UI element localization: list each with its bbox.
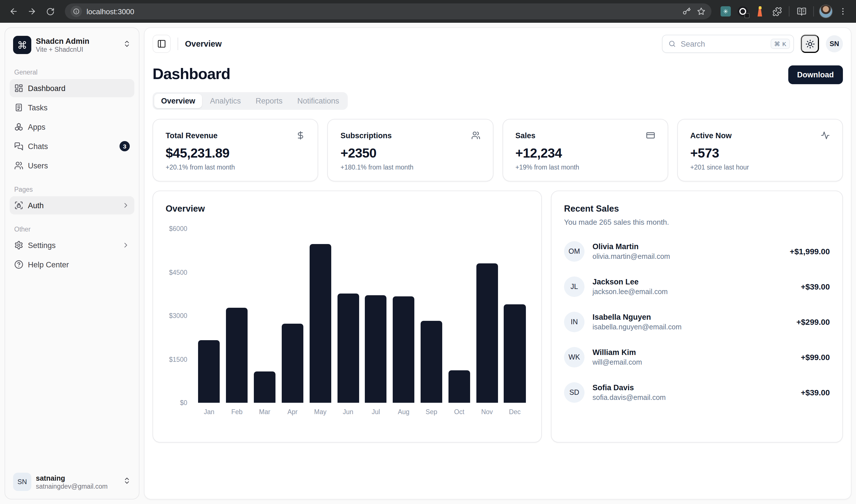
user-email: satnaingdev@gmail.com: [36, 483, 118, 489]
bar-dec: [504, 304, 526, 403]
sidebar-item-auth[interactable]: Auth: [10, 196, 134, 214]
sidebar-item-dashboard[interactable]: Dashboard: [10, 79, 134, 97]
command-icon: [18, 40, 27, 50]
sidebar-item-settings[interactable]: Settings: [10, 236, 134, 254]
arrow-right-icon: [27, 7, 36, 16]
sale-row: SD Sofia Davis sofia.davis@email.com +$3…: [564, 382, 830, 403]
avatar: SD: [564, 382, 584, 403]
recent-sales-subtitle: You made 265 sales this month.: [564, 218, 830, 227]
bar-oct: [449, 370, 470, 403]
sidebar-item-apps[interactable]: Apps: [10, 118, 134, 136]
recent-sales-card: Recent Sales You made 265 sales this mon…: [551, 191, 843, 443]
download-button[interactable]: Download: [788, 66, 843, 84]
bar-chart: $6000 $4500 $3000 $1500 $0: [165, 229, 529, 416]
extensions-menu-button[interactable]: [769, 4, 784, 19]
dollar-sign-icon: [296, 131, 305, 140]
team-meta: Shadcn Admin Vite + ShadcnUI: [36, 37, 118, 53]
extension-lighthouse[interactable]: [752, 4, 767, 19]
stat-value: +12,234: [516, 146, 655, 161]
tab-analytics[interactable]: Analytics: [203, 94, 248, 108]
reading-list-button[interactable]: [794, 4, 809, 19]
customer-email: sofia.davis@email.com: [593, 394, 666, 402]
stat-value: +2350: [340, 146, 481, 161]
bar-sep: [421, 321, 442, 403]
theme-toggle-button[interactable]: [801, 35, 819, 53]
chevron-right-icon: [122, 201, 130, 209]
stat-value: $45,231.89: [165, 146, 305, 161]
chevrons-up-down-icon: [123, 477, 131, 487]
y-tick: $0: [180, 399, 187, 406]
sidebar-toggle-button[interactable]: [153, 35, 171, 53]
stat-card-total-revenue: Total Revenue $45,231.89 +20.1% from las…: [153, 119, 318, 181]
sidebar-item-label: Dashboard: [28, 84, 130, 92]
help-circle-icon: [14, 260, 23, 269]
site-info-icon[interactable]: [71, 6, 82, 17]
password-key-icon[interactable]: [682, 7, 691, 16]
kebab-menu-icon: [838, 7, 848, 16]
header-divider: [178, 38, 178, 50]
tab-reports[interactable]: Reports: [249, 94, 290, 108]
tab-overview[interactable]: Overview: [154, 94, 202, 108]
browser-forward-button[interactable]: [24, 3, 40, 19]
bookmark-star-icon[interactable]: [697, 7, 706, 16]
chevron-right-icon: [122, 241, 130, 249]
sidebar-item-help-center[interactable]: Help Center: [10, 255, 134, 274]
extension-1password[interactable]: [735, 4, 750, 19]
users-icon: [471, 131, 480, 140]
book-open-icon: [797, 6, 806, 16]
breadcrumb: Overview: [185, 39, 222, 48]
bar-aug: [393, 296, 414, 403]
sidebar-item-chats[interactable]: Chats 3: [10, 137, 134, 155]
sale-amount: +$99.00: [801, 353, 830, 362]
x-tick: Dec: [501, 405, 529, 416]
sale-amount: +$39.00: [801, 388, 830, 397]
team-name: Shadcn Admin: [36, 37, 118, 46]
stat-title: Subscriptions: [340, 131, 392, 140]
search-placeholder: Search: [681, 39, 766, 48]
recent-sales-title: Recent Sales: [564, 204, 830, 214]
x-tick: Jul: [362, 405, 390, 416]
browser-reload-button[interactable]: [42, 3, 58, 19]
stat-title: Total Revenue: [165, 131, 218, 140]
bar-may: [309, 244, 331, 403]
header-avatar[interactable]: SN: [826, 35, 843, 52]
credit-card-icon: [646, 131, 655, 140]
chart-title: Overview: [165, 204, 529, 214]
sidebar-item-label: Auth: [28, 201, 117, 210]
browser-back-button[interactable]: [6, 3, 22, 19]
sidebar-user-menu[interactable]: SN satnaing satnaingdev@gmail.com: [10, 469, 134, 494]
customer-name: Isabella Nguyen: [593, 313, 682, 321]
tab-notifications[interactable]: Notifications: [291, 94, 346, 108]
y-tick: $4500: [169, 269, 187, 276]
bar-jul: [365, 295, 387, 403]
chats-badge: 3: [120, 141, 130, 151]
stat-change: +19% from last month: [516, 164, 655, 170]
sidebar-item-label: Tasks: [28, 103, 130, 112]
x-tick: Feb: [223, 405, 251, 416]
avatar: IN: [564, 312, 584, 332]
extension-teal[interactable]: ✳: [718, 4, 733, 19]
stat-card-sales: Sales +12,234 +19% from last month: [502, 119, 668, 181]
address-bar[interactable]: localhost:3000: [65, 3, 712, 19]
sidebar-item-tasks[interactable]: Tasks: [10, 98, 134, 116]
sidebar-item-users[interactable]: Users: [10, 157, 134, 175]
x-axis: Jan Feb Mar Apr May Jun Jul Aug Sep Oct: [195, 405, 529, 416]
y-tick: $6000: [169, 225, 187, 232]
customer-name: Sofia Davis: [593, 383, 666, 392]
x-tick: Sep: [418, 405, 446, 416]
x-tick: Jun: [334, 405, 362, 416]
x-tick: Aug: [390, 405, 418, 416]
sidebar-spacer: [10, 274, 134, 469]
team-switcher[interactable]: Shadcn Admin Vite + ShadcnUI: [10, 32, 134, 57]
x-tick: May: [307, 405, 334, 416]
chats-icon: [14, 142, 23, 151]
avatar: WK: [564, 347, 584, 367]
bar-feb: [226, 308, 248, 403]
search-input[interactable]: Search ⌘ K: [662, 35, 794, 53]
browser-profile-button[interactable]: [818, 4, 833, 19]
team-plan: Vite + ShadcnUI: [36, 46, 118, 53]
browser-menu-button[interactable]: [836, 4, 850, 19]
1password-icon: [738, 6, 748, 17]
tabs: Overview Analytics Reports Notifications: [153, 92, 348, 110]
puzzle-icon: [772, 6, 782, 16]
